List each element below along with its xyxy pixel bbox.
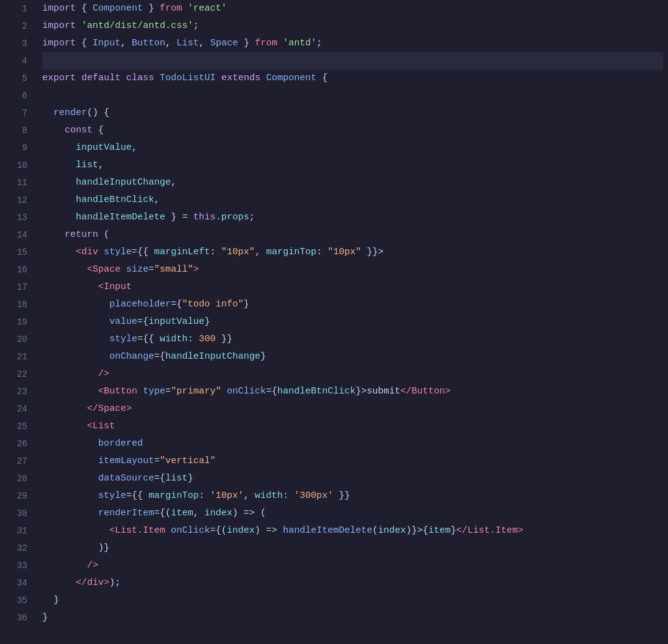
token [154, 73, 160, 83]
token: value [109, 316, 137, 327]
token [76, 73, 81, 83]
token: Space [210, 38, 238, 48]
code-line-15: <div style={{ marginLeft: "10px", margin… [42, 244, 663, 261]
line-number-8: 8 [10, 122, 27, 139]
token: dataSource [98, 473, 154, 484]
token: submit [367, 386, 400, 397]
line-number-34: 34 [10, 574, 27, 592]
token: , [132, 142, 137, 153]
token: <List.Item [109, 525, 165, 536]
token: } [42, 595, 59, 605]
token: { [316, 73, 327, 83]
token [182, 3, 188, 14]
token [42, 490, 98, 501]
token [42, 369, 98, 379]
code-line-4 [42, 52, 663, 70]
token: { [93, 125, 104, 136]
token: index [227, 525, 255, 536]
token: } = [165, 212, 193, 223]
token: handleInputChange [165, 351, 260, 362]
code-line-16: <Space size="small"> [42, 261, 663, 278]
token [42, 125, 65, 136]
line-number-17: 17 [10, 278, 27, 296]
token: ={{ [137, 334, 160, 344]
code-line-13: handleItemDelete } = this.props; [42, 209, 663, 226]
token [42, 282, 98, 292]
token: ) => ( [232, 508, 266, 518]
line-number-32: 32 [10, 540, 27, 557]
token: index [378, 525, 406, 536]
token: "10px" [327, 247, 361, 257]
token [98, 247, 104, 257]
token: itemLayout [98, 456, 154, 466]
token [42, 525, 109, 536]
token: handleInputChange [76, 177, 171, 188]
token [42, 351, 109, 362]
token: List [176, 38, 199, 48]
line-number-24: 24 [10, 400, 27, 418]
token [42, 334, 109, 344]
token [42, 195, 76, 205]
token: 'antd/dist/antd.css' [81, 21, 193, 31]
line-number-13: 13 [10, 209, 27, 226]
token: handleBtnClick [277, 386, 355, 397]
token: extends [221, 73, 260, 83]
token: ( [98, 229, 109, 240]
token [42, 229, 65, 240]
token: { [423, 525, 428, 536]
token: <List [87, 421, 115, 431]
token: item [171, 508, 193, 518]
line-number-1: 1 [10, 0, 27, 17]
token: Button [132, 38, 165, 48]
token: , [255, 247, 266, 257]
line-number-28: 28 [10, 470, 27, 487]
token [42, 386, 98, 397]
token: ={{ [132, 247, 154, 257]
line-number-10: 10 [10, 157, 27, 174]
token: marginTop [149, 490, 199, 501]
token: handleItemDelete [76, 212, 165, 223]
token: size [126, 264, 149, 275]
token [76, 21, 81, 31]
token: ={( [154, 508, 171, 518]
token: }> [355, 386, 367, 397]
token [42, 316, 109, 327]
token [42, 247, 76, 257]
token: : [316, 247, 327, 257]
line-number-27: 27 [10, 453, 27, 470]
line-number-26: 26 [10, 435, 27, 453]
line-numbers: 1234567891011121314151617181920212223242… [0, 0, 37, 644]
code-line-5: export default class TodoListUI extends … [42, 70, 663, 87]
token: class [126, 73, 154, 83]
token: </Space> [87, 403, 132, 414]
token: ={ [154, 351, 165, 362]
token: , [193, 508, 204, 518]
token: ); [109, 577, 121, 588]
token: /> [98, 369, 109, 379]
token: item [428, 525, 451, 536]
code-line-23: <Button type="primary" onClick={handleBt… [42, 383, 663, 400]
token: , [244, 490, 255, 501]
token: ={( [210, 525, 227, 536]
line-number-30: 30 [10, 505, 27, 522]
token: /> [87, 560, 98, 571]
token: import [42, 21, 76, 31]
token: render [53, 108, 87, 118]
token [42, 421, 87, 431]
token [216, 73, 221, 83]
line-number-33: 33 [10, 557, 27, 574]
token: }}> [361, 247, 383, 257]
code-line-28: dataSource={list} [42, 470, 663, 487]
token: "primary" [171, 386, 221, 397]
token: '10px' [210, 490, 244, 501]
token: "vertical" [160, 456, 216, 466]
token [121, 73, 126, 83]
code-line-18: placeholder={"todo info"} [42, 296, 663, 313]
line-number-16: 16 [10, 261, 27, 278]
token [42, 212, 76, 223]
token: ; [249, 212, 255, 223]
code-content[interactable]: import { Component } from 'react'import … [37, 0, 668, 644]
token: props [221, 212, 249, 223]
token: ( [372, 525, 378, 536]
token [42, 142, 76, 153]
